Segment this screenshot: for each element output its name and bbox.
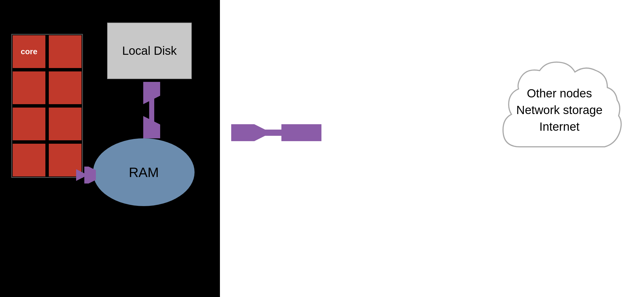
cpu-grid: core xyxy=(11,34,83,178)
ram-ellipse: RAM xyxy=(93,138,195,206)
vertical-disk-ram-arrow xyxy=(143,82,160,138)
cpu-cell xyxy=(12,143,46,177)
local-disk-label: Local Disk xyxy=(122,44,177,58)
cpu-cell xyxy=(12,71,46,105)
cloud-line-2: Network storage xyxy=(516,102,603,119)
left-panel: core Local Disk RAM xyxy=(0,0,220,297)
cloud-text: Other nodes Network storage Internet xyxy=(516,85,603,135)
ram-label: RAM xyxy=(129,165,159,180)
horizontal-node-cloud-arrow xyxy=(231,124,321,141)
core-label: core xyxy=(21,47,37,56)
horizontal-cpu-ram-arrow xyxy=(76,167,96,184)
cpu-cell xyxy=(48,35,82,69)
cpu-cell xyxy=(48,71,82,105)
cpu-cell xyxy=(48,107,82,141)
cpu-cell: core xyxy=(12,35,46,69)
local-disk-box: Local Disk xyxy=(107,23,192,79)
cpu-cell xyxy=(12,107,46,141)
cloud-container: Other nodes Network storage Internet xyxy=(492,56,627,164)
cloud-line-3: Internet xyxy=(516,118,603,135)
cloud-line-1: Other nodes xyxy=(516,85,603,102)
right-panel: Other nodes Network storage Internet xyxy=(220,0,644,297)
